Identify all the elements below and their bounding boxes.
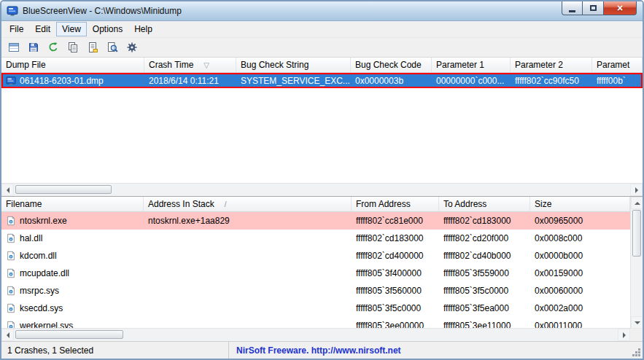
column-label: Bug Check Code bbox=[355, 60, 422, 70]
table-cell: ntoskrnl.exe+1aa829 bbox=[144, 212, 352, 230]
table-cell bbox=[144, 247, 352, 265]
lower-horizontal-scrollbar[interactable] bbox=[1, 328, 630, 341]
table-row[interactable]: ksecdd.sysfffff805`3f5c0000fffff805`3f5e… bbox=[1, 300, 643, 317]
driver-list-rows: ntoskrnl.exentoskrnl.exe+1aa829fffff802`… bbox=[1, 212, 643, 328]
table-cell: 00000000`c000... bbox=[432, 73, 511, 88]
column-header-address-in-stack[interactable]: Address In Stack/ bbox=[144, 197, 352, 211]
right-arrow-icon bbox=[623, 332, 626, 338]
driver-file-icon bbox=[6, 268, 16, 278]
close-button[interactable]: × bbox=[604, 1, 637, 15]
window-title: BlueScreenView - C:\Windows\Minidump bbox=[23, 6, 182, 16]
table-cell: fffff802`cd20f000 bbox=[439, 230, 530, 247]
column-header-bug-check-code[interactable]: Bug Check Code bbox=[351, 58, 432, 72]
menu-help[interactable]: Help bbox=[128, 22, 158, 36]
menu-view[interactable]: View bbox=[56, 22, 87, 36]
menu-file[interactable]: File bbox=[4, 22, 29, 36]
title-bar[interactable]: BlueScreenView - C:\Windows\Minidump × bbox=[1, 1, 643, 21]
lower-pane-icon[interactable] bbox=[4, 39, 23, 56]
up-arrow-icon bbox=[635, 202, 640, 205]
table-row[interactable]: werkernel.sysfffff805`3ee00000fffff805`3… bbox=[1, 317, 643, 328]
scroll-left-button[interactable] bbox=[1, 184, 14, 196]
column-header-bug-check-string[interactable]: Bug Check String bbox=[236, 58, 351, 72]
menu-edit[interactable]: Edit bbox=[29, 22, 56, 36]
advanced-options-icon[interactable] bbox=[123, 39, 141, 56]
resize-grip[interactable] bbox=[638, 354, 640, 356]
table-cell: 0x00159000 bbox=[530, 265, 643, 282]
crash-list-rows: 061418-6203-01.dmp2018/6/14 0:11:21SYSTE… bbox=[1, 73, 643, 183]
scroll-right-button[interactable] bbox=[618, 329, 630, 341]
table-row[interactable]: kdcom.dllfffff802`cd400000fffff802`cd40b… bbox=[1, 247, 643, 265]
column-header-from-address[interactable]: From Address bbox=[352, 197, 439, 211]
scroll-down-button[interactable] bbox=[631, 316, 643, 329]
save-icon[interactable] bbox=[24, 39, 42, 56]
table-cell: SYSTEM_SERVICE_EXC... bbox=[236, 73, 351, 88]
table-row[interactable]: 061418-6203-01.dmp2018/6/14 0:11:21SYSTE… bbox=[1, 73, 643, 88]
copy-icon[interactable] bbox=[63, 39, 82, 56]
sort-indicator-icon: ▽ bbox=[203, 61, 209, 69]
column-header-paramet[interactable]: Paramet bbox=[592, 58, 643, 72]
table-row[interactable]: mcupdate.dllfffff805`3f400000fffff805`3f… bbox=[1, 265, 643, 282]
table-cell: fffff802`cd40b000 bbox=[439, 247, 530, 265]
column-header-parameter-1[interactable]: Parameter 1 bbox=[432, 58, 511, 72]
scroll-up-button[interactable] bbox=[631, 197, 643, 209]
scroll-left-button[interactable] bbox=[1, 329, 14, 341]
table-cell: fffff805`3f400000 bbox=[352, 265, 439, 282]
maximize-icon bbox=[590, 5, 597, 11]
status-nirsoft-pane: NirSoft Freeware. http://www.nirsoft.net bbox=[229, 342, 643, 359]
table-cell: 0x00060000 bbox=[530, 282, 643, 300]
table-cell: fffff805`3f560000 bbox=[352, 282, 439, 300]
table-cell: mcupdate.dll bbox=[1, 265, 144, 282]
menu-options[interactable]: Options bbox=[87, 22, 128, 36]
table-row[interactable]: ntoskrnl.exentoskrnl.exe+1aa829fffff802`… bbox=[1, 212, 643, 230]
table-row[interactable]: hal.dllfffff802`cd183000fffff802`cd20f00… bbox=[1, 230, 643, 247]
column-label: To Address bbox=[443, 199, 486, 209]
find-icon[interactable] bbox=[103, 39, 121, 56]
column-header-crash-time[interactable]: Crash Time▽ bbox=[144, 58, 236, 72]
minimize-icon bbox=[569, 10, 575, 12]
table-cell: fffff805`3f5ea000 bbox=[439, 300, 530, 317]
table-cell: ksecdd.sys bbox=[1, 300, 144, 317]
driver-list-header: FilenameAddress In Stack/From AddressTo … bbox=[1, 197, 630, 212]
column-header-dump-file[interactable]: Dump File bbox=[1, 58, 144, 72]
table-cell bbox=[144, 230, 352, 247]
table-cell: 0x0008c000 bbox=[530, 230, 643, 247]
table-cell: werkernel.sys bbox=[1, 317, 144, 328]
table-row[interactable]: msrpc.sysfffff805`3f560000fffff805`3f5c0… bbox=[1, 282, 643, 300]
right-arrow-icon bbox=[635, 187, 638, 193]
left-arrow-icon bbox=[7, 187, 9, 193]
driver-file-icon bbox=[6, 251, 16, 261]
scrollbar-corner bbox=[630, 329, 643, 341]
column-label: From Address bbox=[356, 199, 411, 209]
table-cell bbox=[144, 265, 352, 282]
vscroll-thumb[interactable] bbox=[632, 210, 641, 257]
table-cell: fffff805`3ee11000 bbox=[439, 317, 530, 328]
upper-horizontal-scrollbar[interactable] bbox=[1, 183, 643, 196]
close-icon: × bbox=[617, 3, 623, 13]
table-cell bbox=[144, 317, 352, 328]
table-cell: 2018/6/14 0:11:21 bbox=[144, 73, 236, 88]
lower-hscroll-thumb[interactable] bbox=[15, 330, 123, 339]
table-cell: hal.dll bbox=[1, 230, 144, 247]
column-header-filename[interactable]: Filename bbox=[1, 197, 144, 211]
column-label: Size bbox=[535, 199, 551, 209]
upper-hscroll-thumb[interactable] bbox=[15, 185, 112, 194]
table-cell: ntoskrnl.exe bbox=[1, 212, 144, 230]
driver-file-icon bbox=[6, 233, 16, 243]
properties-icon[interactable] bbox=[83, 39, 101, 56]
column-header-parameter-2[interactable]: Parameter 2 bbox=[511, 58, 592, 72]
bluescreenview-window: BlueScreenView - C:\Windows\Minidump × F… bbox=[0, 0, 644, 360]
refresh-icon[interactable] bbox=[44, 39, 62, 56]
table-cell: kdcom.dll bbox=[1, 247, 144, 265]
crash-count-text: 1 Crashes, 1 Selected bbox=[7, 345, 93, 356]
vertical-scrollbar[interactable] bbox=[630, 197, 643, 329]
column-header-size[interactable]: Size bbox=[530, 197, 630, 211]
table-cell: 0x00965000 bbox=[530, 212, 643, 230]
nirsoft-link[interactable]: NirSoft Freeware. http://www.nirsoft.net bbox=[236, 345, 401, 356]
table-cell: fffff802`cc81e000 bbox=[352, 212, 439, 230]
scroll-right-button[interactable] bbox=[630, 184, 643, 196]
maximize-button[interactable] bbox=[583, 1, 604, 15]
minimize-button[interactable] bbox=[562, 1, 583, 15]
column-label: Address In Stack bbox=[148, 199, 214, 209]
column-header-to-address[interactable]: To Address bbox=[439, 197, 530, 211]
table-cell: 0x00011000 bbox=[530, 317, 643, 328]
